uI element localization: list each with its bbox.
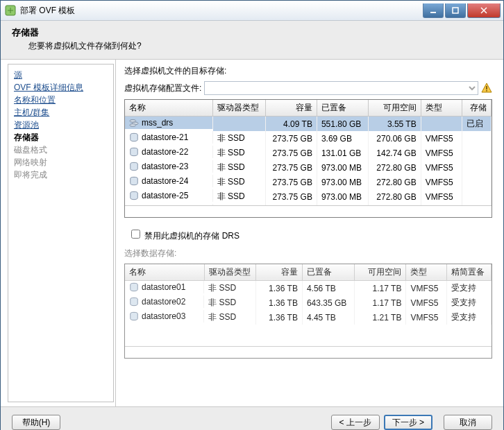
datastore-icon [129,147,139,157]
nav-ready: 即将完成 [14,169,108,181]
disable-drs-row: 禁用此虚拟机的存储 DRS [128,227,492,242]
page-subtitle: 您要将虚拟机文件存储到何处? [28,40,492,52]
cluster-table: 名称 驱动器类型 容量 已置备 可用空间 类型 精简置备 datastore01… [124,264,492,359]
disable-drs-label[interactable]: 禁用此虚拟机的存储 DRS [144,231,240,241]
datastore-icon [129,176,139,186]
table-header-row: 名称 驱动器类型 容量 已置备 可用空间 类型 存储 [125,100,492,117]
col-provisioned[interactable]: 已置备 [302,264,354,281]
datastore-icon [129,162,139,171]
storage-profile-select[interactable] [204,81,478,95]
table-row[interactable]: datastore-25非 SSD273.75 GB973.00 MB272.8… [125,189,492,204]
table-row[interactable]: datastore-21非 SSD273.75 GB3.69 GB270.06 … [125,131,492,146]
profile-label: 虚拟机存储配置文件: [124,83,201,94]
table-row[interactable]: datastore-22非 SSD273.75 GB131.01 GB142.7… [125,146,492,160]
maximize-button[interactable] [445,3,466,18]
minimize-button[interactable] [423,3,444,18]
window-title: 部署 OVF 模板 [20,5,421,17]
col-drive[interactable]: 驱动器类型 [204,264,256,281]
nav-disk-format: 磁盘格式 [14,144,108,156]
dialog-footer: 帮助(H) < 上一步 下一步 > 取消 [1,406,503,430]
select-datastore-label: 选择虚拟机文件的目标存储: [124,65,492,77]
col-capacity[interactable]: 容量 [256,264,302,281]
svg-point-7 [130,124,136,127]
col-free[interactable]: 可用空间 [354,264,406,281]
col-capacity[interactable]: 容量 [266,100,317,117]
table-row[interactable]: datastore-24非 SSD273.75 GB973.00 MB272.8… [125,175,492,189]
col-provisioned[interactable]: 已置备 [317,100,368,117]
h-scrollbar[interactable] [125,346,492,358]
nav-network-mapping: 网络映射 [14,156,108,169]
dialog-window: 部署 OVF 模板 存储器 您要将虚拟机文件存储到何处? 源 OVF 模板详细信… [0,0,504,430]
page-header: 存储器 您要将虚拟机文件存储到何处? [1,21,503,60]
nav-name-location[interactable]: 名称和位置 [14,94,108,106]
datastore-icon [129,191,139,200]
col-name[interactable]: 名称 [125,264,204,281]
disable-drs-checkbox[interactable] [131,230,140,239]
body: 源 OVF 模板详细信息 名称和位置 主机/群集 资源池 存储器 磁盘格式 网络… [1,60,503,406]
svg-rect-4 [486,90,487,92]
close-button[interactable] [467,3,501,18]
col-name[interactable]: 名称 [125,100,213,117]
nav-resource-pool[interactable]: 资源池 [14,119,108,131]
svg-rect-2 [453,8,458,13]
table-row[interactable]: datastore-23非 SSD273.75 GB973.00 MB272.8… [125,160,492,175]
cluster-scroll[interactable]: datastore01非 SSD1.36 TB4.56 TB1.17 TBVMF… [125,281,492,329]
page-title: 存储器 [12,26,492,39]
datastore-scroll[interactable]: mss_drs4.09 TB551.80 GB3.55 TB已启datastor… [125,117,492,205]
nav-details[interactable]: OVF 模板详细信息 [14,81,108,94]
nav-source[interactable]: 源 [14,69,108,81]
back-button[interactable]: < 上一步 [331,415,380,430]
nav-storage[interactable]: 存储器 [14,131,108,144]
col-drive[interactable]: 驱动器类型 [213,100,266,117]
next-button[interactable]: 下一步 > [384,415,432,430]
table-row[interactable]: mss_drs4.09 TB551.80 GB3.55 TB已启 [125,117,492,131]
storage-profile-row: 虚拟机存储配置文件: [124,81,492,95]
datastore-cluster-icon [129,118,139,128]
svg-rect-1 [430,12,436,13]
help-button[interactable]: 帮助(H) [12,415,60,430]
svg-rect-3 [486,86,487,89]
app-icon [5,5,16,16]
table-header-row: 名称 驱动器类型 容量 已置备 可用空间 类型 精简置备 [125,264,492,281]
col-type[interactable]: 类型 [421,100,462,117]
col-free[interactable]: 可用空间 [368,100,421,117]
wizard-sidebar: 源 OVF 模板详细信息 名称和位置 主机/群集 资源池 存储器 磁盘格式 网络… [1,60,116,406]
col-storage[interactable]: 存储 [462,100,491,117]
main-panel: 选择虚拟机文件的目标存储: 虚拟机存储配置文件: 名称 驱动器类型 容量 已置备… [116,60,503,406]
datastore-icon [129,311,139,321]
datastore-icon [129,132,139,142]
col-thin[interactable]: 精简置备 [446,264,491,281]
warning-icon [481,83,492,94]
titlebar: 部署 OVF 模板 [1,1,503,21]
table-row[interactable]: datastore01非 SSD1.36 TB4.56 TB1.17 TBVMF… [125,281,492,295]
datastore-icon [129,282,139,292]
h-scrollbar[interactable] [125,205,492,217]
datastore-icon [129,297,139,307]
col-type[interactable]: 类型 [406,264,446,281]
datastore-table: 名称 驱动器类型 容量 已置备 可用空间 类型 存储 mss_drs4.09 T… [124,99,492,218]
cancel-button[interactable]: 取消 [444,415,492,430]
nav-host-cluster[interactable]: 主机/群集 [14,106,108,119]
table-row[interactable]: datastore02非 SSD1.36 TB643.35 GB1.17 TBV… [125,295,492,310]
select-datastore2-label: 选择数据存储: [124,248,492,259]
table-row[interactable]: datastore03非 SSD1.36 TB4.45 TB1.21 TBVMF… [125,310,492,325]
window-buttons [421,3,501,17]
